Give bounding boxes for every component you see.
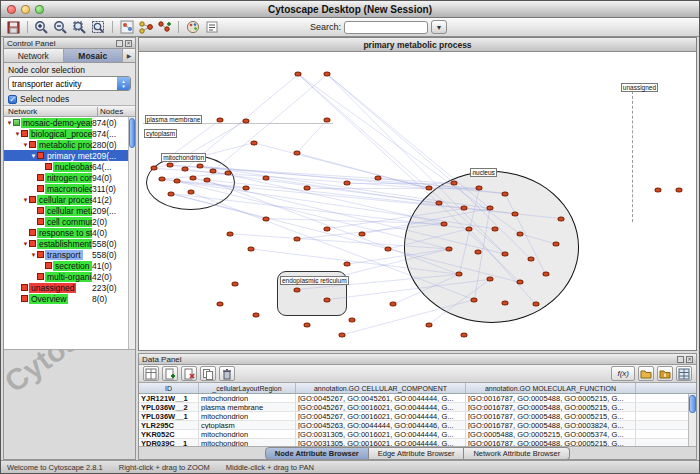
tab-network[interactable]: Network — [4, 49, 64, 62]
trash-icon[interactable] — [219, 366, 235, 381]
network-node[interactable] — [339, 332, 346, 337]
tree-row-unassigned[interactable]: unassigned223(0) — [4, 282, 128, 293]
tree-row-nucleobase[interactable]: nucleobase...64(... — [4, 161, 128, 172]
float-panel-icon[interactable] — [116, 40, 123, 47]
network-node[interactable] — [232, 282, 239, 287]
network-node[interactable] — [425, 186, 432, 191]
tab-scroll-right-icon[interactable]: ▶ — [123, 49, 135, 62]
annotation-icon[interactable] — [203, 19, 220, 35]
network-node[interactable] — [466, 226, 473, 231]
network-node[interactable] — [374, 176, 381, 181]
zoom-selected-icon[interactable] — [71, 19, 88, 35]
zoom-in-icon[interactable] — [33, 19, 50, 35]
table-row[interactable]: YDR039C__1mitochondrion[GO:0031305, GO:0… — [139, 439, 696, 446]
network-node[interactable] — [486, 206, 493, 211]
tab-network-attribute-browser[interactable]: Network Attribute Browser — [464, 447, 570, 460]
table-row[interactable]: YPL036W__1mitochondrion[GO:0045267, GO:0… — [139, 412, 696, 421]
network-node[interactable] — [293, 236, 300, 241]
tree-scrollbar-thumb[interactable] — [129, 118, 135, 148]
collapse-arrow-icon[interactable]: ▼ — [6, 120, 13, 126]
close-panel-icon[interactable]: ✕ — [686, 356, 693, 363]
network-node[interactable] — [196, 164, 203, 169]
collapse-arrow-icon[interactable]: ▼ — [30, 252, 37, 258]
network-node[interactable] — [217, 302, 224, 307]
zoom-fit-icon[interactable] — [90, 19, 107, 35]
network-node[interactable] — [491, 226, 498, 231]
search-input[interactable] — [344, 21, 428, 34]
table-scrollbar[interactable] — [688, 394, 696, 446]
new-network-from-selection-icon[interactable] — [156, 19, 173, 35]
network-node[interactable] — [451, 181, 458, 186]
tree-row-transport[interactable]: ▼transport558(0) — [4, 249, 128, 260]
network-node[interactable] — [349, 317, 356, 322]
network-node[interactable] — [344, 262, 351, 267]
network-node[interactable] — [324, 297, 331, 302]
nodes-column-header[interactable]: Nodes — [97, 107, 135, 116]
network-node[interactable] — [242, 118, 249, 123]
network-node[interactable] — [446, 246, 453, 251]
network-node[interactable] — [461, 206, 468, 211]
collapse-arrow-icon[interactable]: ▼ — [30, 153, 37, 159]
table-options-icon[interactable] — [676, 366, 692, 381]
zoom-out-icon[interactable] — [52, 19, 69, 35]
node-color-dropdown[interactable]: transporter activity ▲▼ — [8, 76, 131, 91]
network-node[interactable] — [295, 72, 302, 77]
tab-mosaic[interactable]: Mosaic — [64, 49, 124, 62]
network-node[interactable] — [262, 216, 269, 221]
network-node[interactable] — [344, 181, 351, 186]
title-bar[interactable]: Cytoscape Desktop (New Session) — [1, 1, 699, 18]
network-node[interactable] — [242, 186, 249, 191]
zoom-window-icon[interactable] — [35, 5, 44, 14]
network-node[interactable] — [676, 188, 683, 193]
network-node[interactable] — [174, 179, 181, 184]
formula-builder-button[interactable]: f(x) — [611, 366, 635, 381]
network-node[interactable] — [203, 178, 210, 183]
tree-row-multi-organism-pro[interactable]: multi-organism pro...42(0) — [4, 271, 128, 282]
network-node[interactable] — [303, 322, 310, 327]
network-node[interactable] — [190, 176, 197, 181]
tree-scrollbar[interactable] — [128, 117, 135, 349]
network-node[interactable] — [511, 211, 518, 216]
network-canvas[interactable]: plasma membrane cytoplasm mitochondrion … — [139, 52, 696, 350]
network-node[interactable] — [516, 231, 523, 236]
network-node[interactable] — [247, 246, 254, 251]
network-node[interactable] — [501, 252, 508, 257]
network-node[interactable] — [516, 280, 523, 285]
tree-row-secretion[interactable]: secretion41(0) — [4, 260, 128, 271]
tree-row-macromolecule[interactable]: macromolecule...311(0) — [4, 183, 128, 194]
export-attributes-icon[interactable] — [657, 366, 673, 381]
table-scrollbar-thumb[interactable] — [689, 395, 696, 413]
network-node[interactable] — [187, 190, 194, 195]
tree-row-establishment-of-lo[interactable]: ▼establishment of lo...558(0) — [4, 238, 128, 249]
network-node[interactable] — [384, 246, 391, 251]
network-node[interactable] — [324, 72, 331, 77]
table-row[interactable]: YKR052Cmitochondrion[GO:0031305, GO:0016… — [139, 430, 696, 439]
close-panel-icon[interactable]: ✕ — [125, 40, 132, 47]
column-header-annotation-go-cellular-component[interactable]: annotation.GO CELLULAR_COMPONENT — [296, 383, 466, 393]
network-node[interactable] — [217, 117, 224, 122]
tree-row-cellular-process[interactable]: ▼cellular process41(2) — [4, 194, 128, 205]
network-node[interactable] — [324, 226, 331, 231]
tab-edge-attribute-browser[interactable]: Edge Attribute Browser — [369, 447, 465, 460]
network-node[interactable] — [252, 312, 259, 317]
network-node[interactable] — [476, 186, 483, 191]
network-node[interactable] — [486, 277, 493, 282]
save-session-icon[interactable] — [5, 19, 22, 35]
network-node[interactable] — [435, 201, 442, 206]
vizmapper-icon[interactable] — [184, 19, 201, 35]
network-view-title[interactable]: primary metabolic process — [139, 38, 696, 52]
network-node[interactable] — [224, 171, 231, 176]
table-row[interactable]: YJR121W__1mitochondrion[GO:0045267, GO:0… — [139, 394, 696, 403]
network-node[interactable] — [557, 216, 564, 221]
tree-row-nitrogen-compo[interactable]: nitrogen compo...94(0) — [4, 172, 128, 183]
network-node[interactable] — [532, 302, 539, 307]
delete-attribute-icon[interactable] — [181, 366, 197, 381]
minimize-window-icon[interactable] — [21, 5, 30, 14]
network-node[interactable] — [181, 167, 188, 172]
network-node[interactable] — [303, 186, 310, 191]
network-node[interactable] — [552, 241, 559, 246]
collapse-arrow-icon[interactable]: ▼ — [22, 142, 29, 148]
first-neighbors-icon[interactable] — [137, 19, 154, 35]
network-node[interactable] — [250, 140, 257, 145]
table-row[interactable]: YPL036W__2plasma membrane[GO:0045267, GO… — [139, 403, 696, 412]
